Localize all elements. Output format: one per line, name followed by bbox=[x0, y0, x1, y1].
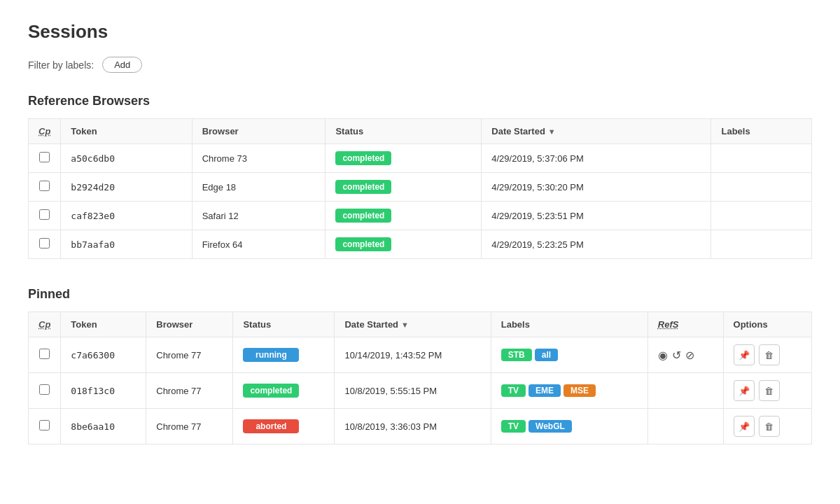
row-status: completed bbox=[326, 202, 482, 230]
row-checkbox-cell bbox=[29, 202, 61, 230]
row-date: 4/29/2019, 5:23:51 PM bbox=[482, 202, 711, 230]
table-row: 018f13c0 Chrome 77 completed 10/8/2019, … bbox=[29, 373, 812, 409]
row-options bbox=[723, 373, 811, 409]
row-checkbox-cell bbox=[29, 144, 61, 173]
row-date: 4/29/2019, 5:37:06 PM bbox=[482, 144, 711, 173]
ref-icon[interactable]: ◉ bbox=[658, 349, 668, 362]
pinned-col-status: Status bbox=[233, 312, 335, 337]
row-checkbox-cell bbox=[29, 230, 61, 259]
label-tag: TV bbox=[501, 420, 526, 433]
row-status: completed bbox=[326, 144, 482, 173]
row-browser: Firefox 64 bbox=[192, 230, 326, 259]
row-token: c7a66300 bbox=[61, 337, 146, 373]
row-date: 10/14/2019, 1:43:52 PM bbox=[335, 337, 491, 373]
row-checkbox-cell bbox=[29, 373, 61, 409]
row-token: bb7aafa0 bbox=[61, 230, 192, 259]
row-browser: Safari 12 bbox=[192, 202, 326, 230]
label-tag: TV bbox=[501, 384, 526, 397]
row-labels: STBall bbox=[491, 337, 648, 373]
pin-button[interactable] bbox=[734, 416, 755, 437]
sort-icon: ▼ bbox=[548, 127, 556, 136]
pinned-col-browser: Browser bbox=[146, 312, 233, 337]
table-row: c7a66300 Chrome 77 running 10/14/2019, 1… bbox=[29, 337, 812, 373]
pin-button[interactable] bbox=[734, 380, 755, 401]
pinned-sort-icon: ▼ bbox=[401, 321, 409, 329]
row-checkbox[interactable] bbox=[39, 209, 50, 220]
row-labels bbox=[711, 144, 812, 173]
row-token: 018f13c0 bbox=[61, 373, 146, 409]
row-browser: Edge 18 bbox=[192, 173, 326, 202]
pinned-col-cp: Cp bbox=[29, 312, 61, 337]
pin-icon bbox=[738, 349, 750, 360]
row-status: completed bbox=[326, 173, 482, 202]
row-labels bbox=[711, 202, 812, 230]
pinned-section: Pinned Cp Token Browser Status Date Star… bbox=[28, 287, 812, 444]
label-tag: WebGL bbox=[528, 420, 572, 433]
page-title: Sessions bbox=[28, 21, 812, 43]
ref-icon[interactable]: ↺ bbox=[672, 349, 681, 362]
pinned-col-options: Options bbox=[723, 312, 811, 337]
delete-button[interactable] bbox=[759, 416, 780, 437]
filter-row: Filter by labels: Add bbox=[28, 57, 812, 73]
col-header-browser: Browser bbox=[192, 119, 326, 144]
row-status: running bbox=[233, 337, 335, 373]
table-row: a50c6db0 Chrome 73 completed 4/29/2019, … bbox=[29, 144, 812, 173]
row-checkbox-cell bbox=[29, 337, 61, 373]
row-date: 10/8/2019, 3:36:03 PM bbox=[335, 409, 491, 444]
label-tag: all bbox=[535, 349, 558, 361]
row-options bbox=[723, 337, 811, 373]
row-checkbox-cell bbox=[29, 173, 61, 202]
row-status: aborted bbox=[233, 409, 335, 444]
row-status: completed bbox=[233, 373, 335, 409]
row-browser: Chrome 77 bbox=[146, 373, 233, 409]
col-header-token: Token bbox=[61, 119, 192, 144]
label-tag: MSE bbox=[564, 384, 596, 397]
pinned-col-refs: RefS bbox=[648, 312, 723, 337]
row-labels bbox=[711, 173, 812, 202]
col-header-date[interactable]: Date Started ▼ bbox=[482, 119, 711, 144]
pin-button[interactable] bbox=[734, 344, 755, 365]
row-checkbox[interactable] bbox=[39, 384, 50, 395]
delete-button[interactable] bbox=[759, 344, 780, 365]
row-browser: Chrome 73 bbox=[192, 144, 326, 173]
label-tag: EME bbox=[528, 384, 561, 397]
row-browser: Chrome 77 bbox=[146, 337, 233, 373]
row-refs bbox=[648, 409, 723, 444]
reference-browsers-title: Reference Browsers bbox=[28, 94, 812, 108]
pinned-title: Pinned bbox=[28, 287, 812, 302]
pin-icon bbox=[738, 421, 750, 432]
row-checkbox[interactable] bbox=[39, 152, 50, 162]
row-date: 4/29/2019, 5:23:25 PM bbox=[482, 230, 711, 259]
row-refs bbox=[648, 373, 723, 409]
pin-icon bbox=[738, 385, 750, 396]
row-date: 4/29/2019, 5:30:20 PM bbox=[482, 173, 711, 202]
row-status: completed bbox=[326, 230, 482, 259]
filter-label: Filter by labels: bbox=[28, 59, 94, 71]
table-row: 8be6aa10 Chrome 77 aborted 10/8/2019, 3:… bbox=[29, 409, 812, 444]
pinned-col-date[interactable]: Date Started ▼ bbox=[335, 312, 491, 337]
row-checkbox[interactable] bbox=[39, 420, 50, 430]
trash-icon bbox=[764, 421, 774, 432]
trash-icon bbox=[764, 349, 774, 360]
row-checkbox[interactable] bbox=[39, 349, 50, 359]
row-browser: Chrome 77 bbox=[146, 409, 233, 444]
reference-browsers-table: Cp Token Browser Status Date Started ▼ L… bbox=[28, 118, 812, 259]
trash-icon bbox=[764, 385, 774, 396]
row-options bbox=[723, 409, 811, 444]
row-labels bbox=[711, 230, 812, 259]
row-date: 10/8/2019, 5:55:15 PM bbox=[335, 373, 491, 409]
row-checkbox-cell bbox=[29, 409, 61, 444]
row-token: b2924d20 bbox=[61, 173, 192, 202]
pinned-col-token: Token bbox=[61, 312, 146, 337]
ref-icon[interactable]: ⊘ bbox=[685, 349, 694, 362]
label-tag: STB bbox=[501, 349, 532, 361]
row-token: caf823e0 bbox=[61, 202, 192, 230]
delete-button[interactable] bbox=[759, 380, 780, 401]
row-checkbox[interactable] bbox=[39, 238, 50, 248]
row-checkbox[interactable] bbox=[39, 181, 50, 191]
row-labels: TVEMEMSE bbox=[491, 373, 648, 409]
row-token: a50c6db0 bbox=[61, 144, 192, 173]
row-refs: ◉↺⊘ bbox=[648, 337, 723, 373]
table-row: caf823e0 Safari 12 completed 4/29/2019, … bbox=[29, 202, 812, 230]
add-label-button[interactable]: Add bbox=[102, 57, 142, 73]
